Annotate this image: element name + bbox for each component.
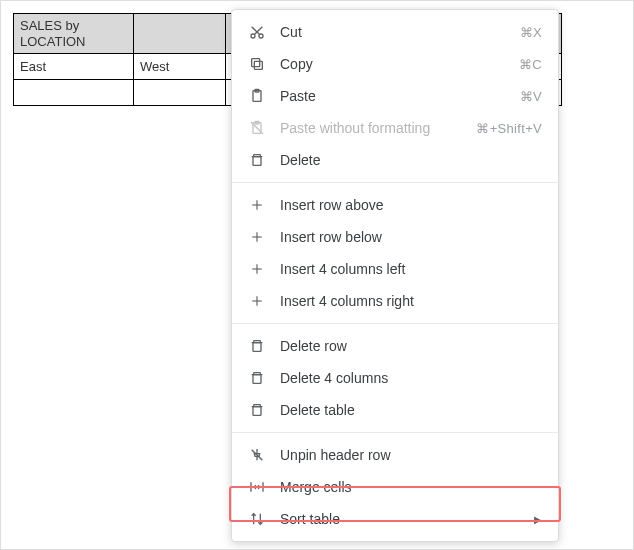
menu-label: Delete [268, 152, 542, 168]
menu-label: Insert row below [268, 229, 542, 245]
plus-icon [246, 262, 268, 276]
menu-merge-cells[interactable]: Merge cells [232, 471, 558, 503]
cut-icon [246, 24, 268, 40]
plus-icon [246, 230, 268, 244]
menu-label: Sort table [268, 511, 528, 527]
svg-rect-22 [253, 407, 261, 416]
menu-label: Delete table [268, 402, 542, 418]
menu-copy[interactable]: Copy ⌘C [232, 48, 558, 80]
menu-divider [232, 432, 558, 433]
chevron-right-icon: ▶ [534, 514, 542, 525]
menu-label: Insert 4 columns right [268, 293, 542, 309]
svg-rect-5 [252, 59, 260, 67]
menu-delete-cols[interactable]: Delete 4 columns [232, 362, 558, 394]
menu-label: Paste [268, 88, 520, 104]
menu-paste-without-formatting[interactable]: Paste without formatting ⌘+Shift+V [232, 112, 558, 144]
menu-shortcut: ⌘+Shift+V [476, 121, 542, 136]
plus-icon [246, 198, 268, 212]
menu-insert-row-above[interactable]: Insert row above [232, 189, 558, 221]
paste-icon [246, 88, 268, 104]
menu-paste[interactable]: Paste ⌘V [232, 80, 558, 112]
menu-label: Delete row [268, 338, 542, 354]
trash-icon [246, 152, 268, 168]
cell-east[interactable]: East [14, 54, 134, 80]
menu-unpin-header-row[interactable]: Unpin header row [232, 439, 558, 471]
menu-shortcut: ⌘X [520, 25, 542, 40]
svg-rect-11 [253, 157, 261, 166]
menu-label: Delete 4 columns [268, 370, 542, 386]
cell-west[interactable]: West [134, 54, 226, 80]
menu-label: Copy [268, 56, 519, 72]
menu-label: Unpin header row [268, 447, 542, 463]
svg-point-1 [259, 34, 263, 38]
copy-icon [246, 56, 268, 72]
trash-icon [246, 402, 268, 418]
menu-label: Cut [268, 24, 520, 40]
menu-divider [232, 182, 558, 183]
menu-cut[interactable]: Cut ⌘X [232, 16, 558, 48]
menu-label: Insert row above [268, 197, 542, 213]
paste-plain-icon [246, 120, 268, 136]
svg-rect-4 [254, 61, 262, 69]
unpin-icon [246, 447, 268, 463]
menu-sort-table[interactable]: Sort table ▶ [232, 503, 558, 535]
menu-insert-cols-right[interactable]: Insert 4 columns right [232, 285, 558, 317]
menu-label: Insert 4 columns left [268, 261, 542, 277]
menu-insert-cols-left[interactable]: Insert 4 columns left [232, 253, 558, 285]
svg-rect-21 [253, 375, 261, 384]
menu-shortcut: ⌘V [520, 89, 542, 104]
menu-delete[interactable]: Delete [232, 144, 558, 176]
menu-divider [232, 323, 558, 324]
svg-point-0 [251, 34, 255, 38]
trash-icon [246, 370, 268, 386]
menu-delete-table[interactable]: Delete table [232, 394, 558, 426]
menu-shortcut: ⌘C [519, 57, 542, 72]
cell[interactable] [14, 80, 134, 106]
context-menu: Cut ⌘X Copy ⌘C Paste ⌘V Paste without fo… [231, 9, 559, 542]
menu-label: Merge cells [268, 479, 542, 495]
sort-icon [246, 511, 268, 527]
menu-insert-row-below[interactable]: Insert row below [232, 221, 558, 253]
svg-rect-20 [253, 343, 261, 352]
cell[interactable] [134, 80, 226, 106]
trash-icon [246, 338, 268, 354]
plus-icon [246, 294, 268, 308]
header-col-1[interactable] [134, 14, 226, 54]
menu-delete-row[interactable]: Delete row [232, 330, 558, 362]
header-sales-by-location[interactable]: SALES by LOCATION [14, 14, 134, 54]
menu-label: Paste without formatting [268, 120, 476, 136]
merge-cells-icon [246, 479, 268, 495]
